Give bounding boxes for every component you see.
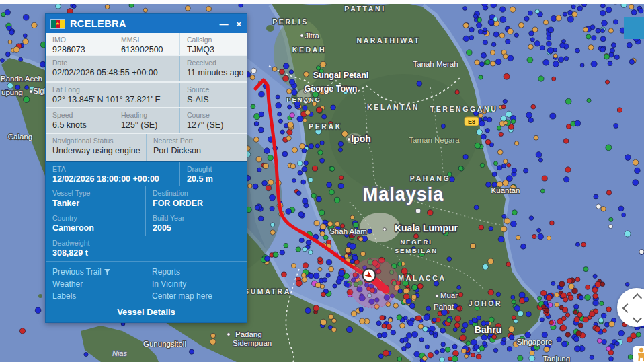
vessel-dot[interactable] bbox=[286, 136, 291, 141]
vessel-dot[interactable] bbox=[5, 52, 10, 57]
vessel-dot[interactable] bbox=[462, 322, 468, 328]
vessel-dot[interactable] bbox=[440, 328, 446, 333]
vessel-dot[interactable] bbox=[511, 119, 516, 124]
vessel-dot[interactable] bbox=[575, 242, 579, 246]
vessel-dot[interactable] bbox=[488, 289, 494, 295]
vessel-dot[interactable] bbox=[403, 316, 407, 320]
vessel-dot[interactable] bbox=[577, 312, 583, 318]
vessel-dot[interactable] bbox=[259, 112, 264, 117]
vessel-dot[interactable] bbox=[401, 347, 406, 351]
vessel-dot[interactable] bbox=[544, 347, 549, 352]
reports-link[interactable]: Reports bbox=[145, 266, 248, 278]
vessel-dot[interactable] bbox=[479, 62, 484, 67]
vessel-dot[interactable] bbox=[403, 294, 409, 300]
vessel-dot[interactable] bbox=[528, 11, 532, 15]
vessel-dot[interactable] bbox=[19, 328, 25, 334]
vessel-dot[interactable] bbox=[590, 355, 594, 360]
vessel-dot[interactable] bbox=[453, 351, 459, 357]
vessel-dot[interactable] bbox=[506, 111, 512, 117]
vessel-dot[interactable] bbox=[291, 264, 296, 268]
vessel-dot[interactable] bbox=[559, 305, 563, 310]
vessel-dot[interactable] bbox=[9, 30, 14, 35]
vessel-dot[interactable] bbox=[270, 194, 276, 201]
vessel-dot[interactable] bbox=[597, 338, 602, 343]
vessel-dot[interactable] bbox=[557, 337, 562, 342]
vessel-dot[interactable] bbox=[560, 325, 566, 331]
vessel-dot[interactable] bbox=[359, 237, 364, 242]
vessel-dot[interactable] bbox=[278, 119, 282, 123]
vessel-dot[interactable] bbox=[516, 235, 520, 240]
vessel-dot[interactable] bbox=[428, 210, 434, 216]
vessel-dot[interactable] bbox=[255, 122, 259, 126]
vessel-dot[interactable] bbox=[490, 50, 495, 55]
vessel-dot[interactable] bbox=[346, 326, 352, 332]
vessel-dot[interactable] bbox=[614, 123, 618, 128]
vessel-dot[interactable] bbox=[595, 326, 600, 332]
vessel-dot[interactable] bbox=[350, 215, 354, 219]
vessel-dot[interactable] bbox=[530, 38, 534, 42]
vessel-dot[interactable] bbox=[579, 295, 583, 300]
vessel-dot[interactable] bbox=[312, 166, 317, 171]
vessel-dot[interactable] bbox=[532, 234, 536, 238]
vessel-dot[interactable] bbox=[593, 274, 597, 278]
vessel-dot[interactable] bbox=[296, 280, 302, 286]
vessel-dot[interactable] bbox=[575, 48, 580, 53]
vessel-dot[interactable] bbox=[602, 339, 606, 344]
vessel-dot[interactable] bbox=[548, 27, 554, 33]
vessel-dot[interactable] bbox=[577, 6, 583, 11]
vessel-dot[interactable] bbox=[305, 110, 311, 116]
vessel-dot[interactable] bbox=[290, 164, 296, 169]
vessel-dot[interactable] bbox=[493, 32, 499, 37]
vessel-dot[interactable] bbox=[301, 180, 306, 184]
vessel-dot[interactable] bbox=[606, 307, 611, 312]
vessel-dot[interactable] bbox=[345, 247, 351, 253]
vessel-dot[interactable] bbox=[321, 292, 326, 297]
vessel-dot[interactable] bbox=[474, 205, 479, 210]
vessel-dot[interactable] bbox=[491, 61, 495, 66]
vessel-dot[interactable] bbox=[585, 295, 591, 301]
vessel-position-marker[interactable] bbox=[363, 269, 376, 282]
vessel-dot[interactable] bbox=[547, 236, 551, 240]
vessel-dot[interactable] bbox=[316, 196, 321, 202]
vessel-dot[interactable] bbox=[611, 43, 616, 48]
vessel-dot[interactable] bbox=[465, 354, 469, 358]
vessel-dot[interactable] bbox=[509, 335, 514, 340]
vessel-dot[interactable] bbox=[400, 323, 405, 328]
vessel-dot[interactable] bbox=[565, 332, 570, 337]
vessel-dot[interactable] bbox=[461, 328, 466, 333]
vessel-dot[interactable] bbox=[563, 297, 568, 302]
vessel-dot[interactable] bbox=[304, 161, 309, 166]
vessel-dot[interactable] bbox=[266, 186, 271, 191]
vessel-dot[interactable] bbox=[397, 357, 402, 361]
vessel-dot[interactable] bbox=[600, 36, 606, 42]
vessel-dot[interactable] bbox=[326, 260, 332, 266]
vessel-dot[interactable] bbox=[84, 352, 88, 356]
vessel-dot[interactable] bbox=[331, 327, 336, 332]
vessel-dot[interactable] bbox=[457, 285, 461, 289]
vessel-dot[interactable] bbox=[580, 63, 584, 67]
vessel-dot[interactable] bbox=[298, 212, 304, 217]
vessel-dot[interactable] bbox=[567, 16, 573, 22]
vessel-dot[interactable] bbox=[257, 168, 261, 172]
vessel-dot[interactable] bbox=[583, 27, 588, 32]
vessel-dot[interactable] bbox=[483, 341, 487, 345]
vessel-dot[interactable] bbox=[210, 333, 215, 338]
vessel-dot[interactable] bbox=[250, 75, 255, 80]
vessel-dot[interactable] bbox=[302, 166, 307, 172]
vessel-dot[interactable] bbox=[403, 337, 409, 342]
vessel-dot[interactable] bbox=[492, 172, 497, 176]
vessel-dot[interactable] bbox=[493, 348, 498, 353]
vessel-dot[interactable] bbox=[360, 252, 365, 256]
vessel-dot[interactable] bbox=[618, 206, 624, 211]
vessel-dot[interactable] bbox=[272, 67, 277, 71]
vessel-dot[interactable] bbox=[519, 292, 525, 298]
vessel-dot[interactable] bbox=[527, 57, 533, 63]
vessel-dot[interactable] bbox=[460, 335, 466, 341]
vessel-dot[interactable] bbox=[501, 105, 506, 109]
vessel-dot[interactable] bbox=[268, 180, 274, 185]
vessel-dot[interactable] bbox=[497, 126, 501, 130]
vessel-dot[interactable] bbox=[510, 221, 516, 227]
vessel-dot[interactable] bbox=[476, 354, 481, 359]
vessel-dot[interactable] bbox=[329, 266, 334, 272]
vessel-dot[interactable] bbox=[531, 104, 536, 109]
